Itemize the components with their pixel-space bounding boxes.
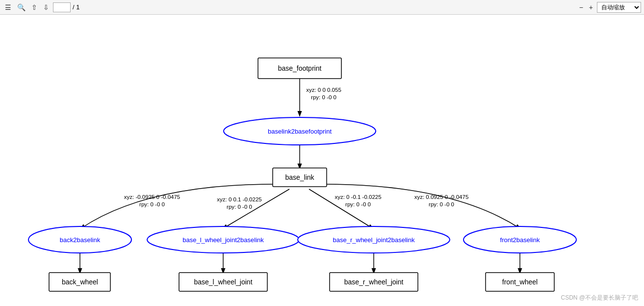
- label-base-footprint: base_footprint: [278, 64, 322, 72]
- label-back-wheel: back_wheel: [62, 278, 98, 286]
- search-button[interactable]: 🔍: [15, 2, 27, 12]
- edge-label-1: xyz: 0 0 0.055: [306, 87, 341, 93]
- label-base-link: base_link: [285, 173, 314, 181]
- zoom-in-button[interactable]: +: [587, 2, 595, 12]
- label-front-wheel: front_wheel: [502, 278, 538, 286]
- edge-label-rwheel-xyz: xyz: 0 -0.1 -0.0225: [335, 194, 381, 200]
- page-total-label: / 1: [73, 3, 79, 11]
- toolbar: ☰ 🔍 ⇧ ⇩ 1 / 1 − + 自动缩放50%75%100%125%150%…: [0, 0, 644, 15]
- edge-label-front-rpy: rpy: 0 -0 0: [429, 201, 454, 207]
- label-back2baselink: back2baselink: [60, 236, 101, 244]
- page-number-input[interactable]: 1: [53, 2, 71, 12]
- zoom-out-button[interactable]: −: [577, 2, 585, 12]
- next-page-button[interactable]: ⇩: [41, 2, 51, 12]
- edge-label-back-rpy: rpy: 0 -0 0: [139, 201, 165, 207]
- label-base-r-wheel-joint: base_r_wheel_joint: [344, 278, 404, 286]
- prev-page-button[interactable]: ⇧: [29, 2, 39, 12]
- label-baselink2basefootprint: baselink2basefootprint: [268, 128, 332, 135]
- edge-label-rwheel-rpy: rpy: 0 -0 0: [345, 201, 371, 207]
- label-base-l-wheel-joint2baselink: base_l_wheel_joint2baselink: [182, 236, 264, 244]
- label-front2baselink: front2baselink: [500, 236, 540, 244]
- edge-label-lwheel-xyz: xyz: 0 0.1 -0.0225: [217, 196, 261, 202]
- edge-label-lwheel-rpy: rpy: 0 -0 0: [227, 204, 252, 210]
- edge-label-2: rpy: 0 -0 0: [311, 94, 336, 100]
- label-base-r-wheel-joint2baselink: base_r_wheel_joint2baselink: [333, 236, 415, 244]
- sidebar-toggle-button[interactable]: ☰: [3, 2, 13, 12]
- edge-label-back-xyz: xyz: -0.0925 0 -0.0475: [124, 194, 180, 200]
- diagram-area: xyz: 0 0 0.055 rpy: 0 -0 0 xyz: -0.0925 …: [0, 15, 644, 306]
- label-base-l-wheel-joint: base_l_wheel_joint: [194, 278, 252, 286]
- edge-label-front-xyz: xyz: 0.0925 0 -0.0475: [414, 194, 469, 200]
- watermark: CSDN @不会是要长脑子了吧: [561, 294, 638, 302]
- zoom-select[interactable]: 自动缩放50%75%100%125%150%200%: [597, 2, 641, 13]
